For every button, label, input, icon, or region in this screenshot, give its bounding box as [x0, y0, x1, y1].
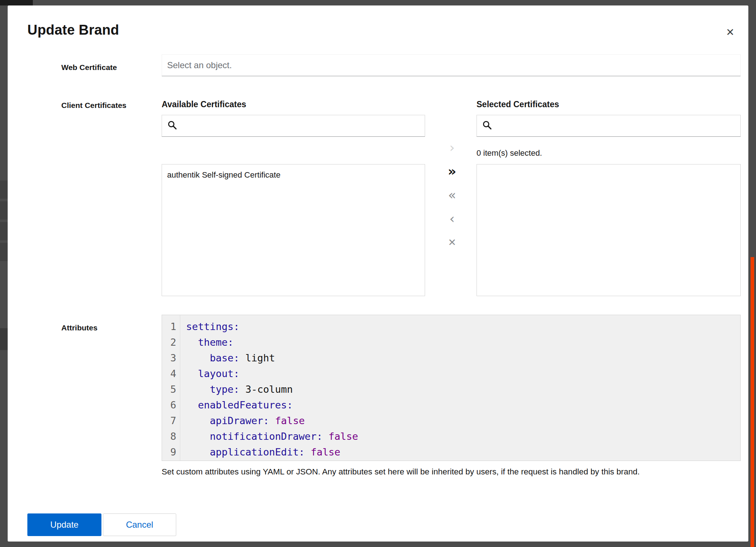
selected-certificates-search-input[interactable]: [496, 121, 735, 131]
code-line: type: 3-column: [186, 381, 740, 397]
line-number: 9: [162, 444, 176, 460]
web-certificate-label: Web Certificate: [61, 63, 117, 72]
code-line: apiDrawer: false: [186, 413, 740, 428]
background-app-remnant: [0, 201, 8, 220]
line-number: 3: [162, 350, 176, 366]
background-app-remnant: [0, 222, 8, 240]
code-line: enabledFeatures:: [186, 397, 740, 413]
line-number: 6: [162, 397, 176, 413]
dual-list-transfer-controls: ›»«‹✕: [437, 140, 467, 251]
available-certificates-search: [162, 115, 425, 137]
editor-gutter: 123456789: [162, 315, 180, 461]
move-selected-right-button[interactable]: ›: [441, 140, 463, 156]
line-number: 5: [162, 381, 176, 397]
line-number: 1: [162, 319, 176, 334]
code-line: theme:: [186, 334, 740, 350]
line-number: 7: [162, 413, 176, 428]
close-icon[interactable]: ✕: [726, 27, 734, 38]
attributes-help-text: Set custom attributes using YAML or JSON…: [162, 467, 734, 477]
code-line: applicationEdit: false: [186, 444, 740, 460]
selected-certificates-title: Selected Certificates: [477, 100, 559, 109]
search-icon: [482, 120, 492, 131]
line-number: 8: [162, 428, 176, 444]
cancel-button[interactable]: Cancel: [103, 513, 176, 536]
background-accent-bar: [751, 257, 754, 547]
selected-certificates-list: [477, 164, 741, 296]
background-app-remnant: [0, 243, 8, 261]
line-number: 4: [162, 366, 176, 381]
code-line: notificationDrawer: false: [186, 428, 740, 444]
available-certificates-list: authentik Self-signed Certificate: [162, 164, 425, 296]
background-app-header: [0, 0, 33, 5]
editor-code: settings: theme: base: light layout: typ…: [180, 315, 740, 461]
code-line: layout:: [186, 366, 740, 381]
background-app-remnant: [0, 328, 8, 350]
client-certificates-label: Client Certificates: [61, 101, 127, 110]
move-selected-left-button[interactable]: ‹: [441, 211, 463, 227]
update-brand-modal: Update Brand ✕ Web Certificate Select an…: [8, 5, 748, 542]
background-app-remnant: [0, 181, 8, 199]
update-button[interactable]: Update: [27, 513, 101, 536]
move-all-left-button[interactable]: «: [441, 187, 463, 203]
attributes-code-editor[interactable]: 123456789 settings: theme: base: light l…: [162, 315, 741, 461]
move-all-right-button[interactable]: »: [441, 163, 463, 179]
certificate-list-item[interactable]: authentik Self-signed Certificate: [162, 167, 425, 183]
available-certificates-title: Available Certificates: [162, 100, 246, 109]
clear-selection-button[interactable]: ✕: [441, 234, 463, 251]
code-line: settings:: [186, 319, 740, 334]
web-certificate-placeholder: Select an object.: [167, 60, 232, 70]
attributes-label: Attributes: [61, 323, 97, 332]
line-number: 2: [162, 334, 176, 350]
selected-count-status: 0 item(s) selected.: [477, 148, 542, 158]
available-certificates-search-input[interactable]: [181, 121, 419, 131]
code-line: base: light: [186, 350, 740, 366]
web-certificate-select[interactable]: Select an object.: [162, 54, 741, 76]
modal-title: Update Brand: [27, 22, 119, 38]
selected-certificates-search: [477, 115, 741, 137]
search-icon: [167, 120, 177, 131]
